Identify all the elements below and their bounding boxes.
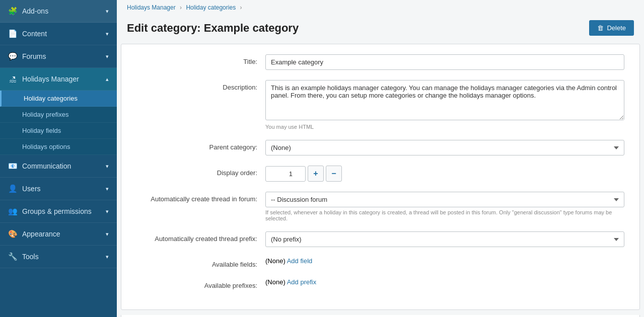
sidebar-item-holidays-options[interactable]: Holidays options <box>0 139 117 155</box>
breadcrumb-holiday-categories[interactable]: Holiday categories <box>186 4 236 11</box>
auto-thread-label: Automatically create thread in forum: <box>136 192 257 203</box>
page-title: Edit category: Example category <box>127 22 299 35</box>
chevron-down-icon: ▾ <box>106 186 109 192</box>
sidebar-label-groups-permissions: Groups & permissions <box>22 207 92 215</box>
auto-thread-row: Automatically create thread in forum: --… <box>136 192 624 221</box>
thread-prefix-control-wrap: (No prefix) <box>265 231 624 247</box>
chevron-down-icon: ▾ <box>106 208 109 215</box>
available-prefixes-none: (None) <box>265 278 285 286</box>
available-prefixes-row: Available prefixes: (None) Add prefix <box>136 278 624 289</box>
sidebar-label-communication: Communication <box>22 162 71 170</box>
auto-thread-select[interactable]: -- Discussion forum <box>265 192 624 207</box>
available-fields-none: (None) <box>265 257 285 265</box>
sidebar-label-users: Users <box>22 185 41 193</box>
chevron-down-icon: ▾ <box>106 53 109 60</box>
chevron-down-icon: ▾ <box>106 254 109 260</box>
users-icon: 👤 <box>8 184 17 193</box>
forums-icon: 💬 <box>8 52 17 61</box>
available-fields-control-wrap: (None) Add field <box>265 257 624 265</box>
page-header: Edit category: Example category 🗑 Delete <box>117 15 644 44</box>
chevron-up-icon: ▴ <box>106 76 109 83</box>
trash-icon: 🗑 <box>597 24 604 32</box>
breadcrumb-sep2: › <box>240 4 242 11</box>
sidebar-item-tools[interactable]: 🔧 Tools ▾ <box>0 246 117 268</box>
title-input[interactable] <box>265 54 624 70</box>
sidebar-label-tools: Tools <box>22 253 39 261</box>
sidebar-item-content[interactable]: 📄 Content ▾ <box>0 23 117 45</box>
content-icon: 📄 <box>8 29 17 38</box>
sidebar-label-content: Content <box>22 30 47 38</box>
parent-category-control-wrap: (None) <box>265 140 624 155</box>
stepper-decrement-button[interactable]: − <box>326 166 342 182</box>
sidebar: 🧩 Add-ons ▾ 📄 Content ▾ 💬 Forums ▾ 🏖 Hol… <box>0 0 117 317</box>
available-prefixes-label: Available prefixes: <box>136 278 257 289</box>
main-content: Holidays Manager › Holiday categories › … <box>117 0 644 317</box>
form-card: Title: Description: You may use HTML Par… <box>121 44 640 310</box>
parent-category-select[interactable]: (None) <box>265 140 624 155</box>
add-field-link[interactable]: Add field <box>287 257 313 265</box>
sidebar-item-appearance[interactable]: 🎨 Appearance ▾ <box>0 223 117 246</box>
sidebar-sublabel-holiday-fields: Holiday fields <box>22 127 61 134</box>
groups-icon: 👥 <box>8 207 17 216</box>
sidebar-item-holiday-fields[interactable]: Holiday fields <box>0 123 117 139</box>
thread-prefix-label: Automatically created thread prefix: <box>136 231 257 243</box>
stepper-wrap: + − <box>265 166 624 182</box>
description-label: Description: <box>136 80 257 91</box>
display-order-input[interactable] <box>265 166 306 182</box>
chevron-down-icon: ▾ <box>106 231 109 237</box>
title-control-wrap <box>265 54 624 70</box>
sidebar-sublabel-holidays-options: Holidays options <box>22 143 70 150</box>
add-prefix-link[interactable]: Add prefix <box>287 278 317 286</box>
breadcrumb: Holidays Manager › Holiday categories › <box>117 0 644 15</box>
sidebar-item-holidays-manager[interactable]: 🏖 Holidays Manager ▴ <box>0 68 117 91</box>
parent-category-row: Parent category: (None) <box>136 140 624 155</box>
breadcrumb-sep1: › <box>180 4 182 11</box>
auto-thread-control-wrap: -- Discussion forum If selected, wheneve… <box>265 192 624 221</box>
chevron-down-icon: ▾ <box>106 31 109 37</box>
appearance-icon: 🎨 <box>8 229 17 239</box>
tools-icon: 🔧 <box>8 252 17 261</box>
holidays-manager-icon: 🏖 <box>8 74 17 84</box>
breadcrumb-holidays-manager[interactable]: Holidays Manager <box>127 4 176 11</box>
save-row: 💾 Save <box>121 315 640 317</box>
sidebar-item-users[interactable]: 👤 Users ▾ <box>0 178 117 200</box>
delete-button-label: Delete <box>607 24 626 32</box>
sidebar-label-holidays-manager: Holidays Manager <box>22 75 79 83</box>
display-order-row: Display order: + − <box>136 166 624 182</box>
communication-icon: 📧 <box>8 162 17 171</box>
sidebar-item-forums[interactable]: 💬 Forums ▾ <box>0 45 117 68</box>
sidebar-item-holiday-prefixes[interactable]: Holiday prefixes <box>0 107 117 123</box>
description-row: Description: You may use HTML <box>136 80 624 130</box>
title-label: Title: <box>136 54 257 65</box>
description-textarea[interactable] <box>265 80 624 120</box>
sidebar-label-add-ons: Add-ons <box>22 7 48 15</box>
auto-thread-hint: If selected, whenever a holiday in this … <box>265 209 624 221</box>
chevron-down-icon: ▾ <box>106 8 109 15</box>
title-row: Title: <box>136 54 624 70</box>
description-control-wrap: You may use HTML <box>265 80 624 130</box>
description-hint: You may use HTML <box>265 124 624 130</box>
add-ons-icon: 🧩 <box>8 7 17 16</box>
display-order-control-wrap: + − <box>265 166 624 182</box>
thread-prefix-select[interactable]: (No prefix) <box>265 231 624 247</box>
sidebar-label-forums: Forums <box>22 52 46 60</box>
available-fields-label: Available fields: <box>136 257 257 268</box>
available-prefixes-control-wrap: (None) Add prefix <box>265 278 624 286</box>
delete-button[interactable]: 🗑 Delete <box>589 20 634 36</box>
sidebar-item-communication[interactable]: 📧 Communication ▾ <box>0 155 117 178</box>
parent-category-label: Parent category: <box>136 140 257 151</box>
stepper-increment-button[interactable]: + <box>308 166 324 182</box>
sidebar-sublabel-holiday-categories: Holiday categories <box>24 95 78 102</box>
sidebar-label-appearance: Appearance <box>22 230 60 238</box>
available-fields-row: Available fields: (None) Add field <box>136 257 624 268</box>
sidebar-item-groups-permissions[interactable]: 👥 Groups & permissions ▾ <box>0 200 117 223</box>
sidebar-submenu-holidays-manager: Holiday categories Holiday prefixes Holi… <box>0 91 117 155</box>
display-order-label: Display order: <box>136 166 257 177</box>
thread-prefix-row: Automatically created thread prefix: (No… <box>136 231 624 247</box>
sidebar-sublabel-holiday-prefixes: Holiday prefixes <box>22 111 69 118</box>
sidebar-item-holiday-categories[interactable]: Holiday categories <box>0 91 117 107</box>
chevron-down-icon: ▾ <box>106 163 109 170</box>
sidebar-item-add-ons[interactable]: 🧩 Add-ons ▾ <box>0 0 117 23</box>
